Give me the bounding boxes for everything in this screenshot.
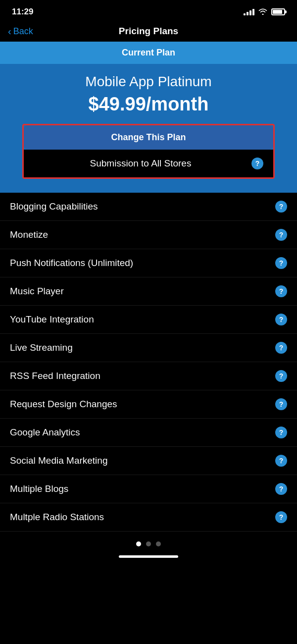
back-button[interactable]: ‹ Back — [8, 26, 33, 37]
home-bar — [119, 555, 178, 558]
feature-item-live-streaming: Live Streaming ? — [0, 334, 297, 362]
back-label: Back — [13, 26, 33, 37]
info-icon-submission[interactable]: ? — [251, 158, 263, 169]
feature-item-submission: Submission to All Stores ? — [24, 150, 273, 177]
pagination — [0, 532, 297, 551]
pagination-dot-3 — [156, 541, 161, 546]
feature-name: Push Notifications (Unlimited) — [10, 258, 271, 268]
feature-item-youtube: YouTube Integration ? — [0, 306, 297, 334]
info-icon-monetize[interactable]: ? — [275, 229, 287, 241]
feature-name: Social Media Marketing — [10, 455, 271, 466]
info-icon-live-streaming[interactable]: ? — [275, 342, 287, 354]
feature-name: Live Streaming — [10, 342, 271, 353]
feature-item-social-media: Social Media Marketing ? — [0, 447, 297, 475]
pagination-dot-2 — [146, 541, 151, 546]
status-time: 11:29 — [12, 7, 33, 17]
info-icon-multiple-blogs[interactable]: ? — [275, 483, 287, 495]
feature-item-rss: RSS Feed Integration ? — [0, 362, 297, 390]
current-plan-label: Current Plan — [122, 48, 175, 57]
feature-name: Google Analytics — [10, 427, 271, 438]
info-icon-social-media[interactable]: ? — [275, 455, 287, 467]
page-title: Pricing Plans — [119, 26, 178, 37]
wifi-icon — [258, 8, 267, 16]
feature-name: Multple Radio Stations — [10, 512, 271, 523]
info-icon-youtube[interactable]: ? — [275, 314, 287, 325]
info-icon-radio-stations[interactable]: ? — [275, 511, 287, 523]
plan-name: Mobile App Platinum — [10, 74, 287, 90]
feature-item-radio-stations: Multple Radio Stations ? — [0, 503, 297, 532]
signal-icon — [244, 8, 254, 15]
home-indicator — [0, 551, 297, 565]
status-bar: 11:29 — [0, 0, 297, 21]
feature-name: Music Player — [10, 286, 271, 297]
feature-name: Blogging Capabilities — [10, 201, 271, 212]
feature-name: Submission to All Stores — [34, 158, 248, 169]
feature-item-music-player: Music Player ? — [0, 277, 297, 306]
status-icons — [244, 8, 285, 16]
back-chevron-icon: ‹ — [8, 26, 11, 37]
feature-name: RSS Feed Integration — [10, 371, 271, 381]
plan-price: $49.99/month — [10, 94, 287, 115]
feature-item-design-changes: Request Design Changes ? — [0, 390, 297, 419]
feature-item-monetize: Monetize ? — [0, 221, 297, 249]
battery-icon — [271, 8, 285, 15]
pagination-dot-1 — [136, 541, 141, 546]
info-icon-google-analytics[interactable]: ? — [275, 427, 287, 438]
feature-name: YouTube Integration — [10, 314, 271, 325]
info-icon-music-player[interactable]: ? — [275, 285, 287, 297]
info-icon-rss[interactable]: ? — [275, 370, 287, 382]
info-icon-push-notifications[interactable]: ? — [275, 257, 287, 269]
feature-name: Multiple Blogs — [10, 483, 271, 494]
feature-item-multiple-blogs: Multiple Blogs ? — [0, 475, 297, 503]
feature-item-blogging: Blogging Capabilities ? — [0, 193, 297, 221]
plan-header: Mobile App Platinum $49.99/month Change … — [0, 64, 297, 193]
nav-bar: ‹ Back Pricing Plans — [0, 21, 297, 42]
highlighted-region: Change This Plan Submission to All Store… — [22, 124, 275, 179]
feature-list: Blogging Capabilities ? Monetize ? Push … — [0, 193, 297, 532]
feature-item-google-analytics: Google Analytics ? — [0, 419, 297, 447]
current-plan-banner: Current Plan — [0, 42, 297, 64]
change-plan-button[interactable]: Change This Plan — [24, 125, 273, 150]
feature-item-push-notifications: Push Notifications (Unlimited) ? — [0, 249, 297, 277]
info-icon-blogging[interactable]: ? — [275, 201, 287, 213]
feature-name: Monetize — [10, 229, 271, 240]
feature-name: Request Design Changes — [10, 399, 271, 410]
info-icon-design-changes[interactable]: ? — [275, 398, 287, 410]
